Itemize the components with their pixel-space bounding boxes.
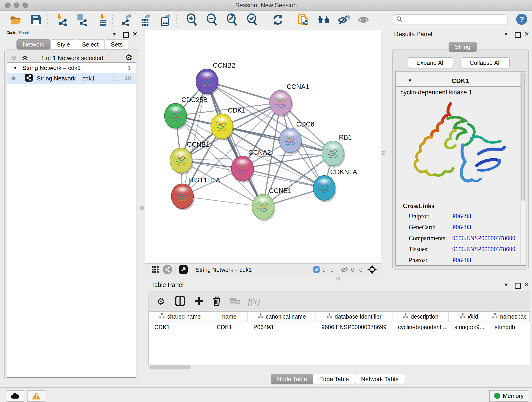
results-scrollbar-thumb[interactable] [521, 72, 525, 201]
node-CCNA1[interactable]: CCNA1 [270, 83, 309, 117]
tab-style[interactable]: Style [51, 39, 76, 50]
network-row[interactable]: String Network – cdk1 11 48 [7, 73, 136, 84]
save-session-icon[interactable] [29, 13, 42, 26]
tab-network-table[interactable]: Network Table [355, 374, 405, 384]
export-network-icon[interactable] [120, 13, 133, 26]
tab-sets[interactable]: Sets [104, 39, 129, 50]
hide-unhide-icon[interactable] [337, 13, 350, 26]
refresh-layout-icon[interactable] [272, 13, 284, 26]
column-header-@id[interactable]: @id [449, 312, 489, 322]
birdseye-toggle-icon[interactable] [179, 265, 188, 275]
import-network-icon[interactable] [56, 13, 69, 26]
column-header-name[interactable]: name [211, 312, 248, 322]
crosslink-value-link[interactable]: 9606.ENSP00000378699 [452, 235, 515, 242]
control-panel-float-icon[interactable] [123, 32, 129, 38]
tab-string[interactable]: String [449, 42, 476, 52]
results-panel-close-icon[interactable]: ✕ [524, 31, 529, 38]
delete-table-icon[interactable] [230, 297, 241, 306]
results-panel-float-icon[interactable] [515, 32, 521, 38]
grid-view-icon[interactable] [151, 266, 159, 274]
table-panel-close-icon[interactable]: ✕ [524, 281, 529, 288]
tree-expander-icon[interactable]: ▼ [13, 65, 17, 70]
fit-selected-crosshair-icon[interactable] [367, 264, 377, 275]
expand-all-button[interactable]: Expand All [408, 57, 453, 68]
results-scrollbar[interactable] [520, 71, 525, 264]
memory-button[interactable]: Memory [489, 390, 528, 402]
table-row[interactable]: CDK1CDK1P064939606.ENSP00000378699cyclin… [149, 322, 530, 332]
search-input[interactable] [403, 16, 502, 23]
bottom-splitter-handle[interactable] [336, 277, 340, 281]
node-CDK1[interactable]: CDK1 [211, 107, 245, 140]
edge-CDK1-RB1[interactable] [222, 126, 333, 153]
column-header-canonical-name[interactable]: canonical name [248, 312, 316, 322]
table-panel-menu-icon[interactable]: ▼ [504, 282, 509, 288]
table-cell[interactable]: 9606.ENSP00000378699 [316, 322, 393, 332]
column-header-description[interactable]: description [393, 312, 449, 322]
table-cell[interactable]: stringdb:9... [449, 322, 489, 332]
duplicate-network-icon[interactable] [297, 13, 310, 26]
import-table-icon[interactable] [96, 13, 109, 26]
node-CCNA2[interactable]: CCNA2 [231, 149, 271, 183]
help-button[interactable]: ? [516, 14, 527, 25]
network-canvas[interactable]: CCNB2CCNA1CDC25BCDK1CDC6RB1CCNB1CCNA2CDK… [145, 30, 381, 263]
application-window: Session: New Session [0, 0, 532, 402]
table-cell[interactable]: CDK1 [211, 322, 248, 332]
control-panel-close-icon[interactable]: ✕ [133, 31, 138, 38]
selected-checkbox-icon[interactable] [313, 266, 320, 274]
import-network-from-database-icon[interactable] [75, 13, 88, 26]
tab-edge-table[interactable]: Edge Table [313, 374, 355, 384]
export-image-icon[interactable] [158, 13, 171, 26]
export-table-icon[interactable] [139, 13, 152, 26]
crosslink-value-link[interactable]: P06493 [452, 257, 471, 264]
tab-node-table[interactable]: Node Table [271, 374, 313, 384]
network-share-view-icon[interactable] [163, 265, 172, 275]
show-graphics-details-icon[interactable] [357, 13, 370, 26]
node-RB1[interactable]: RB1 [322, 134, 352, 167]
crosslink-value-link[interactable]: P06493 [452, 224, 471, 231]
table-cell[interactable]: stringdb [489, 322, 530, 332]
network-options-gear-icon[interactable]: ⚙ [125, 53, 133, 62]
crosslink-value-link[interactable]: P06493 [452, 213, 471, 220]
add-column-icon[interactable] [194, 296, 203, 306]
table-cell[interactable]: CDK1 [149, 322, 211, 332]
crosslink-value-link[interactable]: 9606.ENSP00000378699 [452, 246, 515, 253]
node-HIST1H1A[interactable]: HIST1H1A [171, 177, 220, 211]
open-session-icon[interactable] [9, 13, 22, 26]
network-collection-row[interactable]: ▼ String Network – cdk1 1 [7, 63, 136, 73]
expand-all-icon[interactable] [21, 55, 29, 62]
tab-select[interactable]: Select [76, 39, 105, 50]
tab-network[interactable]: Network [17, 39, 51, 50]
zoom-out-icon[interactable] [206, 13, 219, 26]
warnings-button[interactable] [27, 390, 45, 402]
node-CCNB2[interactable]: CCNB2 [196, 62, 235, 96]
zoom-selected-icon[interactable] [246, 13, 259, 26]
results-panel-menu-icon[interactable]: ▼ [504, 31, 509, 37]
right-splitter-handle[interactable] [381, 151, 385, 155]
cloud-button[interactable] [6, 390, 24, 402]
function-builder-icon[interactable]: f(x) [248, 296, 260, 306]
search-field[interactable] [393, 14, 507, 25]
collapse-all-button[interactable]: Collapse All [461, 57, 510, 68]
crosslinks-list: Uniprot:P06493GeneCard:P06493Compartment… [409, 213, 519, 268]
column-header-database-identifier[interactable]: database identifier [316, 312, 393, 322]
collapse-all-icon[interactable] [10, 55, 18, 62]
node-CCNE1[interactable]: CCNE1 [252, 187, 291, 221]
table-cell[interactable]: cyclin-dependent ... [393, 322, 449, 332]
left-splitter-handle[interactable] [140, 206, 144, 210]
node-CDKN1A[interactable]: CDKN1A [313, 168, 357, 202]
show-columns-icon[interactable] [175, 296, 185, 307]
control-panel-menu-icon[interactable]: ▼ [112, 31, 117, 37]
table-cell[interactable]: P06493 [248, 322, 316, 332]
zoom-fit-icon[interactable] [226, 13, 239, 26]
table-hscrollbar-thumb[interactable] [149, 365, 191, 370]
gene-header-row[interactable]: ▼ CDK1 [396, 76, 525, 87]
home-icon[interactable] [317, 13, 330, 26]
hidden-eye-icon[interactable] [341, 266, 349, 274]
delete-column-icon[interactable] [212, 296, 221, 307]
column-header-shared-name[interactable]: shared name [149, 312, 211, 322]
table-panel-float-icon[interactable] [515, 283, 521, 289]
column-header-namespac[interactable]: namespac [489, 312, 530, 322]
table-options-gear-icon[interactable]: ⚙ [157, 296, 165, 307]
edge-CCNB2-CCNE1[interactable] [207, 81, 263, 207]
zoom-in-icon[interactable] [186, 13, 198, 26]
